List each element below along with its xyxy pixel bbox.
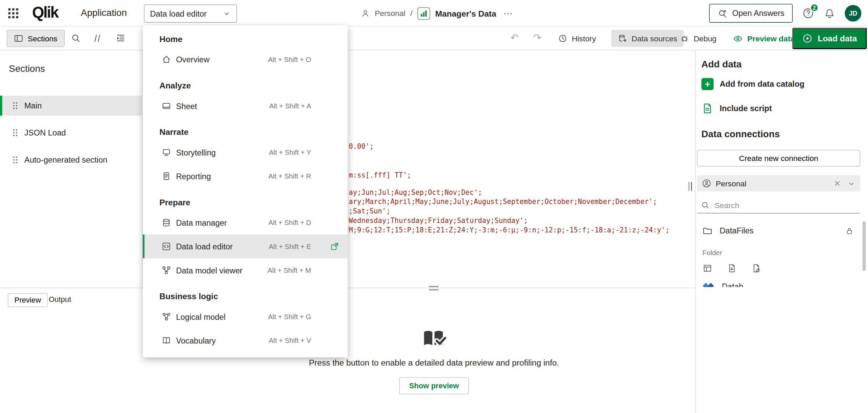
- menu-item-storytelling[interactable]: Storytelling Alt + Shift + Y: [143, 141, 348, 164]
- drag-handle-icon[interactable]: [12, 156, 18, 164]
- app-launcher-icon[interactable]: [8, 8, 19, 19]
- plus-icon: +: [702, 78, 714, 90]
- space-filter-dropdown[interactable]: Personal: [697, 175, 861, 191]
- connection-name: DataFiles: [719, 226, 753, 235]
- panel-left-icon: [14, 34, 23, 43]
- include-script-button[interactable]: Include script: [702, 101, 772, 116]
- tab-preview[interactable]: Preview: [8, 293, 48, 307]
- insert-script-icon[interactable]: [727, 263, 737, 273]
- bell-icon[interactable]: [824, 7, 835, 19]
- debug-button[interactable]: Debug: [680, 26, 716, 50]
- open-answers-label: Open Answers: [732, 9, 784, 18]
- bug-icon: [680, 34, 689, 43]
- menu-item-sheet[interactable]: Sheet Alt + Shift + A: [143, 94, 348, 118]
- menu-group-header: Narrate: [143, 118, 348, 141]
- section-item-json-load[interactable]: JSON Load: [0, 123, 142, 143]
- section-item-label: JSON Load: [24, 128, 66, 137]
- undo-icon[interactable]: ↶: [510, 33, 519, 42]
- connection-item-partial[interactable]: Datab: [703, 282, 743, 287]
- breadcrumb: Personal / Manager's Data ⋯: [361, 0, 515, 26]
- sections-toggle-button[interactable]: Sections: [7, 30, 65, 47]
- code-line: Wednesday;Thursday;Friday;Saturday;Sunda…: [349, 216, 528, 224]
- menu-item-vocabulary[interactable]: Vocabulary Alt + Shift + V: [143, 329, 348, 352]
- sections-panel: Sections Main JSON Load Auto-generated s…: [0, 50, 143, 288]
- user-avatar[interactable]: JD: [845, 5, 861, 22]
- redo-icon[interactable]: ↷: [533, 33, 541, 42]
- data-connections-title: Data connections: [702, 129, 780, 140]
- code-line: m:ss[.fff] TT';: [349, 171, 411, 179]
- app-more-menu-button[interactable]: ⋯: [501, 7, 515, 19]
- connection-name: Datab: [722, 282, 743, 287]
- chevron-down-icon[interactable]: [848, 180, 855, 187]
- menu-item-data-manager[interactable]: Data manager Alt + Shift + D: [143, 211, 348, 234]
- search-icon: [701, 201, 710, 210]
- clock-icon: [558, 34, 568, 43]
- include-script-label: Include script: [719, 104, 772, 113]
- add-from-catalog-button[interactable]: + Add from data catalog: [702, 77, 805, 91]
- editor-toolbar: Sections ↶ ↷ History Data sources Debug: [0, 26, 868, 50]
- chevron-down-icon: [222, 9, 231, 18]
- menu-item-data-load-editor[interactable]: Data load editor Alt + Shift + E: [143, 234, 348, 258]
- reporting-icon: [162, 171, 171, 181]
- open-answers-button[interactable]: Open Answers: [709, 4, 793, 23]
- menu-group-header: Business logic: [143, 282, 348, 305]
- drag-handle-icon[interactable]: [12, 128, 18, 137]
- data-model-icon: [162, 266, 171, 275]
- folder-icon: [703, 226, 712, 235]
- menu-item-shortcut: Alt + Shift + G: [268, 313, 311, 321]
- load-data-label: Load data: [818, 34, 857, 43]
- show-preview-button[interactable]: Show preview: [399, 377, 469, 394]
- edit-connection-icon[interactable]: [751, 263, 761, 273]
- scrollbar-thumb[interactable]: [863, 221, 866, 271]
- menu-item-overview[interactable]: Overview Alt + Shift + O: [143, 47, 348, 71]
- preview-data-button[interactable]: Preview data: [733, 26, 795, 50]
- clear-icon[interactable]: [834, 180, 841, 187]
- create-connection-button[interactable]: Create new connection: [697, 150, 861, 166]
- history-button[interactable]: History: [558, 26, 596, 50]
- section-item-label: Main: [24, 101, 42, 110]
- menu-item-shortcut: Alt + Shift + Y: [269, 148, 311, 156]
- qlik-application-window: Qlik Application Data load editor Person…: [0, 0, 868, 413]
- view-selector-value: Data load editor: [150, 9, 206, 18]
- menu-item-label: Overview: [176, 55, 210, 64]
- help-button[interactable]: 2: [802, 7, 814, 19]
- view-navigation-menu: Home Overview Alt + Shift + O Analyze Sh…: [143, 25, 348, 357]
- menu-item-shortcut: Alt + Shift + A: [269, 102, 311, 110]
- preview-empty-message: Press the button to enable a detailed da…: [309, 358, 559, 367]
- load-data-button[interactable]: Load data: [792, 28, 867, 49]
- panel-resize-handle[interactable]: [689, 182, 692, 191]
- indent-icon[interactable]: [116, 33, 125, 43]
- pane-split-handle[interactable]: [429, 286, 438, 290]
- connection-search: [697, 198, 861, 213]
- data-sources-icon: [618, 34, 627, 43]
- lock-icon: [845, 227, 853, 235]
- add-from-catalog-label: Add from data catalog: [719, 80, 804, 88]
- comment-toggle-icon[interactable]: [93, 33, 102, 43]
- code-line: M;9:G;12:T;15:P;18:E;21:Z;24:Y;-3:m;-6:µ…: [349, 226, 670, 234]
- connection-item-datafiles[interactable]: DataFiles: [703, 226, 754, 235]
- include-script-icon: [702, 102, 714, 115]
- database-icon: [162, 218, 171, 227]
- menu-item-shortcut: Alt + Shift + E: [269, 243, 311, 250]
- section-item-main[interactable]: Main: [0, 96, 142, 116]
- breadcrumb-space[interactable]: Personal: [375, 9, 405, 18]
- open-in-new-icon[interactable]: [330, 242, 339, 251]
- drag-handle-icon[interactable]: [12, 101, 18, 110]
- connections-list: DataFiles Folder Datab: [696, 221, 862, 287]
- connection-search-input[interactable]: [715, 201, 836, 210]
- view-selector-dropdown[interactable]: Data load editor: [144, 4, 237, 23]
- menu-item-reporting[interactable]: Reporting Alt + Shift + R: [143, 164, 348, 188]
- menu-item-logical-model[interactable]: Logical model Alt + Shift + G: [143, 305, 348, 329]
- home-icon: [162, 55, 171, 64]
- select-data-icon[interactable]: [703, 263, 712, 273]
- search-icon[interactable]: [71, 33, 81, 43]
- menu-item-shortcut: Alt + Shift + M: [268, 266, 311, 274]
- sections-toggle-label: Sections: [28, 34, 58, 43]
- menu-group-header: Home: [143, 28, 348, 48]
- connection-type: Folder: [703, 249, 722, 257]
- menu-item-label: Logical model: [176, 312, 225, 321]
- tab-output[interactable]: Output: [49, 295, 71, 304]
- section-item-auto-generated[interactable]: Auto-generated section: [0, 150, 142, 170]
- menu-item-data-model-viewer[interactable]: Data model viewer Alt + Shift + M: [143, 258, 348, 282]
- data-sources-button[interactable]: Data sources: [611, 30, 684, 47]
